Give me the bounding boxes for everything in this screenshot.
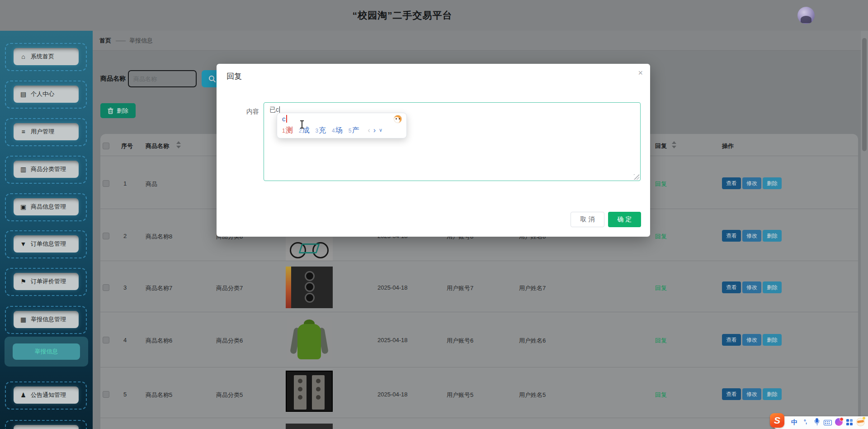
confirm-button[interactable]: 确 定	[608, 212, 641, 227]
delete-button[interactable]: 删除	[763, 281, 782, 293]
cell-index: 4	[123, 337, 127, 343]
close-icon[interactable]: ×	[638, 68, 643, 77]
cell-username: 用户姓名7	[519, 284, 546, 292]
delete-button[interactable]: 删除	[763, 334, 782, 346]
sort-desc-icon[interactable]	[672, 146, 676, 148]
ime-expand-icon[interactable]: ∨	[379, 127, 382, 133]
cell-account: 用户账号5	[447, 391, 473, 399]
edit-button[interactable]: 修改	[742, 177, 761, 189]
emoji-icon[interactable]	[856, 418, 865, 426]
sogou-logo-icon[interactable]: S	[770, 413, 784, 428]
view-button[interactable]: 查看	[722, 230, 741, 242]
select-all-checkbox[interactable]	[103, 143, 109, 149]
row-checkbox[interactable]	[103, 337, 109, 343]
sidebar-item-products[interactable]: ▣商品信息管理	[5, 193, 87, 221]
edit-button[interactable]: 修改	[742, 334, 761, 346]
sidebar-item-notices[interactable]: ♟公告通知管理	[5, 381, 87, 410]
sidebar-item-categories[interactable]: ▥商品分类管理	[5, 156, 87, 184]
toolbox-grid-icon[interactable]	[846, 419, 853, 425]
ime-candidates: 1测 2成 3充 4场 5产 ‹ › ∨	[282, 126, 382, 135]
home-icon: ⌂	[20, 53, 27, 60]
sidebar-item-label: 商品信息管理	[31, 203, 66, 211]
cell-date: 2025-04-18	[377, 337, 408, 343]
view-button[interactable]: 查看	[722, 334, 741, 346]
ime-candidate[interactable]: 3充	[315, 126, 332, 135]
cell-index: 2	[123, 233, 127, 239]
cell-username: 用户姓名5	[519, 391, 546, 399]
ime-candidate[interactable]: 5产	[349, 126, 365, 135]
sort-desc-icon[interactable]	[176, 146, 181, 148]
delete-button[interactable]: 删除	[763, 388, 782, 400]
resize-handle-icon[interactable]	[634, 174, 639, 180]
delete-button[interactable]: 删除	[763, 230, 782, 242]
cell-category: 商品分类6	[216, 337, 243, 345]
bulk-delete-button[interactable]: 删除	[100, 103, 136, 118]
sidebar-item-reviews[interactable]: ⚑订单评价管理	[5, 268, 87, 296]
edit-button[interactable]: 修改	[742, 230, 761, 242]
search-icon	[208, 75, 216, 83]
sidebar-item-users[interactable]: ≡用户管理	[5, 118, 87, 146]
breadcrumb-home[interactable]: 首页	[99, 37, 111, 45]
col-header-index: 序号	[121, 142, 133, 150]
reply-link[interactable]: 回复	[655, 233, 667, 241]
ime-punctuation-icon[interactable]: °,	[804, 419, 807, 425]
cell-index: 3	[123, 284, 127, 291]
textarea-value: 已c	[269, 106, 279, 114]
skin-icon[interactable]	[835, 418, 843, 426]
reply-link[interactable]: 回复	[655, 337, 667, 345]
col-header-name[interactable]: 商品名称	[146, 142, 169, 150]
scrollbar-thumb[interactable]	[862, 38, 867, 151]
ime-next-page-icon[interactable]: ›	[373, 126, 376, 134]
cancel-button[interactable]: 取 消	[571, 212, 604, 227]
sort-asc-icon[interactable]	[672, 141, 676, 144]
keyboard-icon[interactable]	[824, 420, 832, 425]
sidebar: ⌂系统首页 ▤个人中心 ≡用户管理 ▥商品分类管理 ▣商品信息管理 ▼订单信息管…	[0, 31, 93, 429]
ime-prev-page-icon[interactable]: ‹	[368, 126, 370, 134]
edit-button[interactable]: 修改	[742, 281, 761, 293]
view-button[interactable]: 查看	[722, 177, 741, 189]
reply-link[interactable]: 回复	[655, 284, 667, 292]
search-input[interactable]	[128, 70, 197, 87]
content-field-label: 内容	[239, 108, 259, 116]
cell-name: 商品名称8	[146, 233, 172, 241]
reply-link[interactable]: 回复	[655, 391, 667, 399]
dialog-title: 回复	[226, 71, 242, 81]
breadcrumb: 首页 —— 举报信息	[93, 31, 868, 51]
row-checkbox[interactable]	[103, 391, 109, 398]
avatar[interactable]	[797, 7, 815, 24]
ime-mode-icon[interactable]: 中	[791, 419, 797, 427]
orders-icon: ▼	[20, 240, 27, 248]
users-icon: ≡	[20, 128, 27, 135]
sidebar-item-report-info-active[interactable]: 举报信息	[13, 343, 80, 360]
microphone-icon[interactable]	[814, 418, 820, 426]
sidebar-item-partial[interactable]	[5, 420, 87, 429]
sogou-mascot-icon[interactable]	[394, 115, 402, 123]
ime-candidate[interactable]: 4场	[332, 126, 349, 135]
row-checkbox[interactable]	[103, 284, 109, 291]
cell-category: 商品分类7	[216, 284, 243, 292]
ime-candidate[interactable]: 1测	[282, 126, 299, 135]
profile-icon: ▤	[20, 91, 27, 98]
sidebar-item-reports[interactable]: ▦举报信息管理	[5, 306, 87, 334]
sidebar-item-orders[interactable]: ▼订单信息管理	[5, 230, 87, 258]
notice-icon: ♟	[20, 391, 27, 399]
breadcrumb-separator: ——	[116, 38, 125, 44]
edit-button[interactable]: 修改	[742, 388, 761, 400]
reply-link[interactable]: 回复	[655, 180, 667, 188]
category-icon: ▥	[20, 166, 27, 173]
cell-account: 用户账号7	[447, 284, 473, 292]
delete-button[interactable]: 删除	[763, 177, 782, 189]
sidebar-item-home[interactable]: ⌂系统首页	[5, 43, 87, 71]
cell-index: 1	[123, 180, 127, 187]
divider	[100, 367, 858, 367]
sidebar-item-profile[interactable]: ▤个人中心	[5, 81, 87, 109]
divider	[100, 312, 858, 312]
sort-asc-icon[interactable]	[176, 141, 181, 144]
view-button[interactable]: 查看	[722, 281, 741, 293]
search-label: 商品名称	[100, 75, 126, 83]
col-header-reply[interactable]: 回复	[655, 142, 667, 150]
view-button[interactable]: 查看	[722, 388, 741, 400]
row-checkbox[interactable]	[103, 233, 109, 239]
sidebar-item-label: 商品分类管理	[31, 165, 66, 173]
row-checkbox[interactable]	[103, 180, 109, 187]
